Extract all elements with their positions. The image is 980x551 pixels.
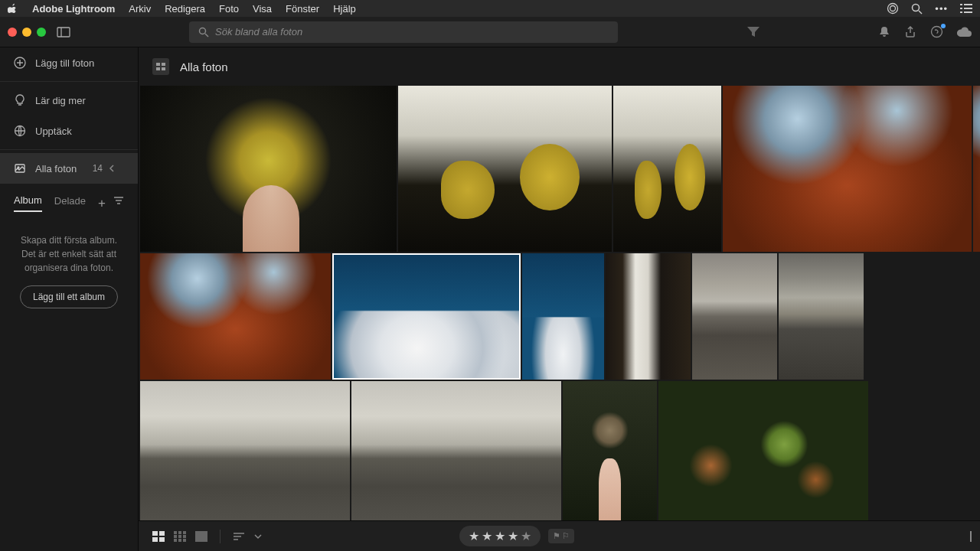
sidebar-learn[interactable]: Lär dig mer xyxy=(0,85,138,116)
menu-foto[interactable]: Foto xyxy=(219,3,239,15)
lightbulb-icon xyxy=(14,94,26,106)
photo-thumbnail[interactable] xyxy=(140,86,397,252)
flag-controls[interactable]: ⚑ ⚐ xyxy=(548,529,574,543)
svg-point-2 xyxy=(913,4,920,11)
sidebar-tabs: Album Delade + xyxy=(0,184,138,218)
search-input[interactable]: Sök bland alla foton xyxy=(189,21,618,43)
svg-rect-28 xyxy=(178,535,181,538)
svg-rect-17 xyxy=(162,63,165,66)
svg-rect-19 xyxy=(162,67,165,70)
plus-circle-icon xyxy=(14,57,26,69)
photo-thumbnail[interactable] xyxy=(692,253,777,380)
search-icon[interactable] xyxy=(911,3,923,15)
photo-thumbnail[interactable] xyxy=(398,86,612,252)
chevron-left-icon xyxy=(109,164,115,173)
filter-icon[interactable] xyxy=(747,27,760,37)
svg-rect-24 xyxy=(174,531,177,534)
menu-app[interactable]: Adobe Lightroom xyxy=(32,3,115,15)
cloud-icon[interactable] xyxy=(957,27,972,37)
svg-rect-7 xyxy=(960,11,962,13)
menu-visa[interactable]: Visa xyxy=(253,3,272,15)
system-menubar: Adobe Lightroom Arkiv Redigera Foto Visa… xyxy=(0,0,980,17)
sort-icon[interactable] xyxy=(233,532,245,541)
svg-rect-3 xyxy=(960,4,962,5)
search-icon xyxy=(198,27,209,37)
grid-footer: ★★★★★ ⚑ ⚐ xyxy=(139,520,980,551)
tab-shared[interactable]: Delade xyxy=(54,195,86,211)
share-icon[interactable] xyxy=(904,26,916,38)
sidebar: Lägg till foton Lär dig mer Upptäck Alla… xyxy=(0,47,139,551)
grid-small-icon[interactable] xyxy=(174,531,186,542)
photo-thumbnail[interactable] xyxy=(613,86,721,252)
add-album-button[interactable]: Lägg till ett album xyxy=(20,285,118,308)
flag-reject-icon[interactable]: ⚐ xyxy=(562,531,570,541)
sidebar-all-photos[interactable]: Alla foton 14 xyxy=(0,153,138,184)
photo-thumbnail[interactable] xyxy=(779,253,864,380)
search-placeholder: Sök bland alla foton xyxy=(215,26,302,37)
svg-rect-16 xyxy=(156,63,160,66)
svg-rect-30 xyxy=(174,539,177,542)
bell-icon[interactable] xyxy=(878,26,890,38)
svg-rect-29 xyxy=(183,535,186,538)
tab-album[interactable]: Album xyxy=(14,194,42,212)
photo-thumbnail-selected[interactable] xyxy=(332,253,521,380)
app-toolbar: Sök bland alla foton xyxy=(0,17,980,47)
album-empty-state: Skapa ditt första album. Det är ett enke… xyxy=(0,218,138,324)
add-photos-button[interactable]: Lägg till foton xyxy=(0,47,138,78)
svg-rect-31 xyxy=(178,539,181,542)
svg-rect-6 xyxy=(964,8,972,9)
flag-pick-icon[interactable]: ⚑ xyxy=(553,531,560,541)
svg-rect-9 xyxy=(57,28,70,37)
back-button[interactable] xyxy=(152,58,169,75)
grid-view-icon[interactable] xyxy=(152,531,165,542)
apple-icon[interactable] xyxy=(8,3,18,14)
svg-rect-5 xyxy=(960,8,962,9)
svg-rect-18 xyxy=(156,67,160,70)
window-controls[interactable] xyxy=(8,28,46,37)
rating-stars[interactable]: ★★★★★ xyxy=(459,526,541,546)
photos-icon xyxy=(14,162,26,174)
add-album-icon[interactable]: + xyxy=(98,196,106,211)
single-view-icon[interactable] xyxy=(195,531,207,542)
all-photos-count: 14 xyxy=(93,163,103,174)
photo-thumbnail[interactable] xyxy=(973,86,980,252)
content-header: Alla foton 1 av 14 foton xyxy=(139,47,980,86)
menu-redigera[interactable]: Redigera xyxy=(165,3,205,15)
photo-grid xyxy=(139,86,980,520)
svg-rect-32 xyxy=(183,539,186,542)
zoom-slider[interactable] xyxy=(970,531,980,542)
svg-point-0 xyxy=(888,4,898,14)
add-photos-label: Lägg till foton xyxy=(35,57,94,69)
svg-rect-8 xyxy=(964,11,972,13)
content-area: Alla foton 1 av 14 foton xyxy=(139,47,980,551)
photo-thumbnail[interactable] xyxy=(563,381,657,520)
photo-thumbnail[interactable] xyxy=(522,253,604,380)
sidebar-discover-label: Upptäck xyxy=(35,126,72,137)
svg-point-10 xyxy=(200,28,206,34)
svg-rect-21 xyxy=(159,531,165,536)
svg-rect-25 xyxy=(178,531,181,534)
help-icon[interactable] xyxy=(930,25,943,38)
photo-thumbnail[interactable] xyxy=(606,253,691,380)
chevron-down-icon[interactable] xyxy=(254,533,262,540)
sidebar-discover[interactable]: Upptäck xyxy=(0,116,138,146)
menu-arkiv[interactable]: Arkiv xyxy=(129,3,151,15)
sort-icon[interactable] xyxy=(113,196,124,211)
sidebar-all-photos-label: Alla foton xyxy=(35,163,77,174)
svg-rect-33 xyxy=(195,531,207,542)
svg-rect-4 xyxy=(964,4,972,5)
more-icon[interactable]: ••• xyxy=(935,3,948,15)
svg-rect-22 xyxy=(152,537,158,542)
empty-text: Skapa ditt första album. Det är ett enke… xyxy=(15,233,122,275)
panel-toggle-icon[interactable] xyxy=(57,27,70,37)
cc-icon[interactable] xyxy=(887,2,899,15)
photo-thumbnail[interactable] xyxy=(140,253,331,380)
photo-thumbnail[interactable] xyxy=(723,86,972,252)
list-icon[interactable] xyxy=(960,3,972,14)
menu-hjalp[interactable]: Hjälp xyxy=(333,3,356,15)
menu-fonster[interactable]: Fönster xyxy=(286,3,319,15)
photo-thumbnail[interactable] xyxy=(351,381,561,520)
photo-thumbnail[interactable] xyxy=(658,381,868,520)
photo-thumbnail[interactable] xyxy=(140,381,350,520)
content-title: Alla foton xyxy=(180,60,228,73)
